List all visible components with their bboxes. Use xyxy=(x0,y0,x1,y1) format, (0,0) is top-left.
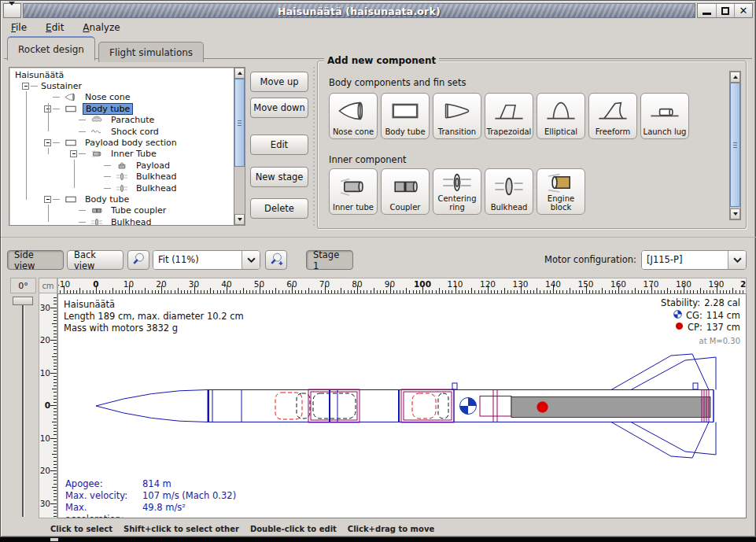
max-velocity-value: 107 m/s (Mach 0.32) xyxy=(142,490,236,502)
add-trapezoidal-button[interactable]: Trapezoidal xyxy=(485,93,533,139)
ruler-label: -10 xyxy=(39,368,50,378)
close-button[interactable]: ✕ xyxy=(734,4,752,17)
back-view-button[interactable]: Back view xyxy=(67,250,124,270)
payload-icon xyxy=(112,160,134,171)
maximize-button[interactable] xyxy=(716,4,734,17)
move-up-button[interactable]: Move up xyxy=(250,72,308,92)
inner-tube-icon xyxy=(87,149,109,159)
add-bulkhead-button[interactable]: Bulkhead xyxy=(485,168,533,215)
tree-item-body-tube[interactable]: Body tube xyxy=(9,194,234,205)
add-engine-block-button[interactable]: Engine block xyxy=(537,168,585,215)
tree-expand-icon[interactable] xyxy=(70,150,77,157)
ruler-tick xyxy=(53,317,57,318)
add-freeform-button[interactable]: Freeform xyxy=(588,93,637,139)
new-stage-button[interactable]: New stage xyxy=(250,167,308,187)
zoom-in-button[interactable] xyxy=(265,250,287,270)
chevron-down-icon[interactable] xyxy=(728,251,746,269)
component-button-label: Bulkhead xyxy=(491,204,528,212)
ruler-tick xyxy=(53,474,57,474)
zoom-combo[interactable]: Fit (11%) xyxy=(153,250,260,270)
minimize-button[interactable] xyxy=(698,4,716,17)
tree-item-payload[interactable]: Payload xyxy=(9,160,234,171)
section-label-inner-component: Inner component xyxy=(329,154,407,165)
ruler-tick xyxy=(406,288,407,293)
menu-analyze[interactable]: Analyze xyxy=(76,20,127,35)
coupler-icon xyxy=(388,169,422,204)
scroll-up-icon[interactable] xyxy=(234,68,245,79)
tree-item-bulkhead[interactable]: Bulkhead xyxy=(9,171,234,183)
ruler-tick xyxy=(52,454,57,455)
stage-toggle-button[interactable]: Stage 1 xyxy=(306,250,353,270)
mach-note: at M=0.30 xyxy=(661,335,740,348)
tree-expand-icon[interactable] xyxy=(44,139,51,146)
tree-item-bulkhead[interactable]: Bulkhead xyxy=(9,183,234,194)
tree-item-parachute[interactable]: Parachute xyxy=(9,115,234,126)
scroll-up-icon[interactable] xyxy=(730,72,740,83)
tree-item-label: Shock cord xyxy=(109,127,161,137)
ruler-tick xyxy=(53,411,57,412)
ruler-tick xyxy=(50,340,57,341)
tree-connector xyxy=(104,188,111,189)
side-view-button[interactable]: Side view xyxy=(7,250,64,270)
menu-file[interactable]: File xyxy=(4,20,34,35)
component-button-row: Inner tubeCouplerCentering ringBulkheadE… xyxy=(329,168,585,215)
add-coupler-button[interactable]: Coupler xyxy=(381,168,430,215)
tree-item-bulkhead[interactable]: Bulkhead xyxy=(9,216,234,226)
add-elliptical-button[interactable]: Elliptical xyxy=(537,93,585,139)
delete-button[interactable]: Delete xyxy=(250,198,308,219)
tree-item-label: Tube coupler xyxy=(109,205,168,216)
ruler-label: 30 xyxy=(181,279,208,289)
add-transition-button[interactable]: Transition xyxy=(433,93,481,139)
tree-item-shock-cord[interactable]: Shock cord xyxy=(9,126,234,137)
ruler-tick xyxy=(53,428,57,429)
component-tree[interactable]: HaisunäätäSustainerNose coneBody tubePar… xyxy=(9,67,234,226)
scroll-down-icon[interactable] xyxy=(730,208,740,219)
tree-item-tube-coupler[interactable]: Tube coupler xyxy=(9,205,234,216)
zoom-in-icon xyxy=(269,252,284,269)
menu-edit[interactable]: Edit xyxy=(39,20,71,35)
move-down-button[interactable]: Move down xyxy=(250,98,308,118)
tab-flight-simulations[interactable]: Flight simulations xyxy=(98,42,204,62)
tree-item-inner-tube[interactable]: Inner Tube xyxy=(9,149,234,160)
chevron-down-icon[interactable] xyxy=(242,251,260,269)
add-nose-cone-button[interactable]: Nose cone xyxy=(329,93,378,139)
edit-button[interactable]: Edit xyxy=(250,135,308,155)
add-launch-lug-button[interactable]: Launch lug xyxy=(640,93,689,139)
add-inner-tube-button[interactable]: Inner tube xyxy=(329,168,378,215)
zoom-out-button[interactable] xyxy=(127,250,149,270)
rotation-slider-thumb[interactable] xyxy=(13,297,33,305)
tree-scrollbar-thumb[interactable] xyxy=(234,79,245,167)
add-centering-ring-button[interactable]: Centering ring xyxy=(433,168,481,215)
ruler-tick xyxy=(52,389,57,389)
tree-expand-icon[interactable] xyxy=(44,196,51,203)
bulkhead-icon xyxy=(112,171,134,182)
component-scrollbar[interactable] xyxy=(729,71,741,220)
cp-value: 137 cm xyxy=(706,322,740,334)
add-body-tube-button[interactable]: Body tube xyxy=(381,93,430,139)
tree-item-payload-body-section[interactable]: Payload body section xyxy=(9,137,234,148)
ruler-tick xyxy=(471,288,472,293)
section-label-body-components-and-fin-sets: Body components and fin sets xyxy=(329,77,466,88)
component-scrollbar-thumb[interactable] xyxy=(730,83,740,207)
scroll-down-icon[interactable] xyxy=(234,214,245,225)
tree-item-sustainer[interactable]: Sustainer xyxy=(9,80,234,91)
ruler-label: 140 xyxy=(540,279,566,289)
tree-item-body-tube[interactable]: Body tube xyxy=(9,103,234,114)
body-tube-icon xyxy=(388,94,422,128)
stability-info: Stability: 2.28 cal CG: 114 cm CP: 137 c… xyxy=(661,297,740,347)
tree-expand-icon[interactable] xyxy=(22,83,29,90)
tree-item-nose-cone[interactable]: Nose cone xyxy=(9,92,234,103)
rocket-canvas[interactable]: Haisunäätä Length 189 cm, max. diameter … xyxy=(57,293,747,518)
window-menu-button[interactable] xyxy=(3,3,21,18)
motor-configuration-combo[interactable]: [J115-P] xyxy=(641,250,747,270)
ruler-label: 10 xyxy=(40,433,50,443)
taskbar-strip xyxy=(0,537,756,542)
tab-rocket-design[interactable]: Rocket design xyxy=(7,36,95,61)
pane-divider[interactable] xyxy=(312,67,315,226)
stability-label: Stability: xyxy=(661,297,700,310)
tree-item-haisun-t[interactable]: Haisunäätä xyxy=(9,69,234,80)
title-stripes[interactable]: Haisunäätä (haisunaata.ork) xyxy=(23,3,695,18)
rotation-slider-track[interactable] xyxy=(22,300,24,517)
rotation-value: 0° xyxy=(10,278,36,293)
tree-scrollbar[interactable] xyxy=(234,67,245,226)
